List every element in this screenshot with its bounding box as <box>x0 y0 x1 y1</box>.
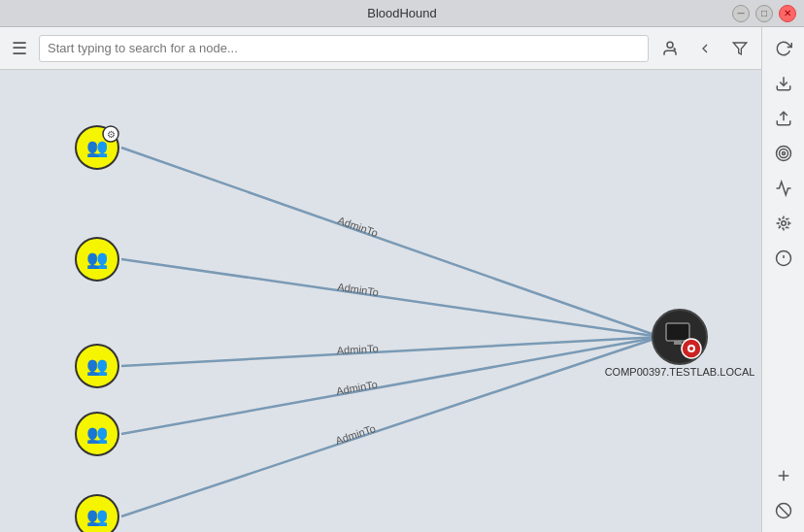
svg-rect-15 <box>666 323 689 341</box>
edge-label-4: AdminTo <box>335 379 378 397</box>
edge-label-2: AdminTo <box>337 281 380 298</box>
edge-1 <box>121 148 660 337</box>
main-layout: ☰ <box>0 27 804 532</box>
computer-node[interactable] <box>653 310 707 364</box>
edge-label-1: AdminTo <box>336 215 379 240</box>
svg-line-33 <box>778 506 788 516</box>
right-sidebar <box>761 27 804 532</box>
svg-marker-1 <box>733 43 746 54</box>
graph-settings-button[interactable] <box>768 208 799 239</box>
app-title: BloodHound <box>367 6 437 20</box>
upload-button[interactable] <box>768 103 799 134</box>
graph-canvas[interactable]: AdminTo AdminTo AdminTo <box>0 70 761 532</box>
user-node-5[interactable]: 👥 <box>76 495 118 532</box>
user-node-3[interactable]: 👥 <box>76 345 118 387</box>
svg-point-0 <box>667 42 673 48</box>
edge-5 <box>121 337 660 516</box>
svg-text:👥: 👥 <box>86 355 109 377</box>
hamburger-button[interactable]: ☰ <box>8 34 31 63</box>
computer-label: COMP00397.TESTLAB.LOCAL <box>605 366 755 378</box>
info-button[interactable] <box>768 243 799 274</box>
toolbar: ☰ <box>0 27 761 70</box>
svg-point-25 <box>781 221 786 226</box>
edge-label-3: AdminTo <box>336 343 378 356</box>
minimize-button[interactable]: ─ <box>732 5 750 22</box>
svg-point-26 <box>778 218 788 229</box>
user-node-1[interactable]: 👥 ⚙ <box>76 126 118 169</box>
pathfinding-button[interactable] <box>656 35 684 62</box>
svg-point-24 <box>782 152 785 155</box>
svg-text:👥: 👥 <box>86 423 109 445</box>
refresh-button[interactable] <box>768 33 799 64</box>
titlebar: BloodHound ─ □ ✕ <box>0 0 804 27</box>
user-node-4[interactable]: 👥 <box>76 413 118 455</box>
svg-text:⚙: ⚙ <box>107 129 116 140</box>
edge-label-5: AdminTo <box>334 422 377 447</box>
maximize-button[interactable]: □ <box>755 5 773 22</box>
back-button[interactable] <box>691 35 719 62</box>
graph-area[interactable]: ☰ <box>0 27 761 532</box>
svg-point-19 <box>689 347 693 350</box>
block-button[interactable] <box>768 495 799 526</box>
target-button[interactable] <box>768 138 799 169</box>
close-button[interactable]: ✕ <box>779 5 796 22</box>
download-button[interactable] <box>768 68 799 99</box>
svg-text:👥: 👥 <box>86 249 109 270</box>
edge-2 <box>121 259 660 337</box>
filter-button[interactable] <box>726 35 754 62</box>
window-controls[interactable]: ─ □ ✕ <box>732 5 796 22</box>
graph-svg: AdminTo AdminTo AdminTo <box>0 70 761 532</box>
svg-rect-16 <box>674 341 682 345</box>
zoom-in-button[interactable] <box>768 460 799 491</box>
user-node-2[interactable]: 👥 <box>76 238 118 281</box>
analytics-button[interactable] <box>768 173 799 204</box>
svg-text:👥: 👥 <box>86 506 109 527</box>
search-input[interactable] <box>39 35 649 62</box>
svg-point-23 <box>779 150 787 158</box>
